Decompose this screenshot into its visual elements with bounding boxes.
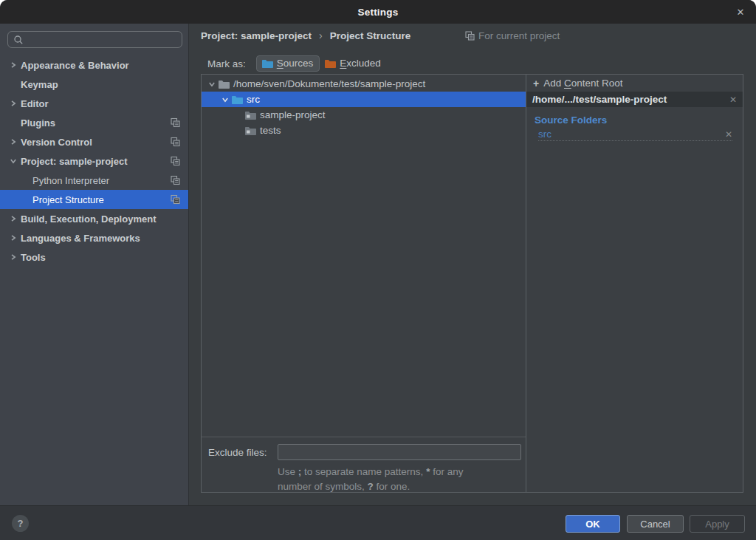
chevron-right-icon: [6, 138, 21, 146]
scope-note: For current project: [465, 30, 560, 41]
sidebar-item-plugins[interactable]: Plugins: [0, 113, 188, 132]
per-project-settings-icon: [465, 31, 475, 41]
per-project-settings-icon: [171, 137, 180, 147]
apply-button[interactable]: Apply: [690, 515, 745, 533]
content-root-path: /home/.../test/sample-project: [532, 94, 729, 105]
tree-row-sample-project[interactable]: sample-project: [202, 107, 526, 123]
mark-excluded-button[interactable]: Excluded: [321, 56, 387, 71]
sidebar-item-languages-frameworks[interactable]: Languages & Frameworks: [0, 228, 188, 247]
page-title: Project Structure: [330, 30, 411, 41]
per-project-settings-icon: [171, 176, 180, 185]
add-content-root-button[interactable]: + Add Content Root: [526, 75, 743, 92]
titlebar: Settings ✕: [0, 0, 756, 24]
content-tree-pane: /home/sven/Dokumente/test/sample-project…: [202, 75, 526, 492]
directory-tree: /home/sven/Dokumente/test/sample-project…: [202, 75, 526, 437]
chevron-down-icon: [6, 157, 21, 165]
per-project-settings-icon: [171, 118, 180, 128]
chevron-right-icon: [6, 234, 21, 242]
dialog-title: Settings: [358, 7, 399, 18]
sidebar-item-keymap[interactable]: Keymap: [0, 75, 188, 94]
chevron-right-icon: [6, 100, 21, 107]
cancel-button[interactable]: Cancel: [627, 515, 684, 533]
source-folder-row[interactable]: src ✕: [538, 129, 732, 141]
tree-row-src[interactable]: src: [202, 92, 526, 107]
sidebar-item-tools[interactable]: Tools: [0, 247, 188, 267]
chevron-right-icon: [6, 215, 21, 222]
excluded-folder-icon: [324, 58, 336, 69]
per-project-settings-icon: [171, 157, 180, 166]
sidebar-item-python-interpreter[interactable]: Python Interpreter: [0, 171, 188, 190]
sidebar-item-project-structure[interactable]: Project Structure: [0, 190, 188, 209]
per-project-settings-icon: [171, 195, 180, 205]
chevron-right-icon: [6, 61, 21, 69]
breadcrumb: Project: sample-project › Project Struct…: [201, 30, 410, 41]
exclude-files-hint: Use ; to separate name patterns, * for a…: [278, 465, 463, 495]
search-icon: [13, 35, 24, 45]
tree-row-content-root[interactable]: /home/sven/Dokumente/test/sample-project: [202, 76, 526, 92]
folder-icon: [244, 110, 256, 120]
source-folder-icon: [261, 58, 273, 69]
close-icon[interactable]: ✕: [732, 4, 749, 20]
search-input[interactable]: [7, 31, 182, 48]
mark-as-label: Mark as:: [207, 58, 246, 69]
exclude-files-section: Exclude files: Use ; to separate name pa…: [202, 437, 526, 492]
settings-tree: Appearance & Behavior Keymap Editor Plug…: [0, 55, 188, 267]
project-structure-panel: /home/sven/Dokumente/test/sample-project…: [201, 74, 743, 493]
breadcrumb-project: Project: sample-project: [201, 30, 312, 41]
sidebar-item-appearance-behavior[interactable]: Appearance & Behavior: [0, 55, 188, 75]
exclude-files-input[interactable]: [278, 444, 521, 460]
content-root-row[interactable]: /home/.../test/sample-project ✕: [526, 92, 743, 107]
plus-icon: +: [533, 78, 539, 89]
main-panel: Project: sample-project › Project Struct…: [189, 24, 756, 505]
remove-source-folder-icon[interactable]: ✕: [725, 129, 732, 140]
chevron-right-icon: [6, 253, 21, 261]
breadcrumb-separator: ›: [319, 30, 323, 41]
sidebar-item-version-control[interactable]: Version Control: [0, 132, 188, 151]
help-button[interactable]: ?: [12, 515, 29, 532]
mark-sources-button[interactable]: Sources: [256, 55, 320, 72]
source-folder-name: src: [538, 129, 551, 140]
remove-content-root-icon[interactable]: ✕: [729, 95, 737, 105]
source-folders-title: Source Folders: [535, 115, 743, 126]
folder-icon: [218, 79, 230, 89]
exclude-files-label: Exclude files:: [208, 447, 267, 458]
sidebar-item-build-execution-deployment[interactable]: Build, Execution, Deployment: [0, 209, 188, 228]
mark-as-toolbar: Mark as: Sources Excluded: [207, 55, 387, 72]
folder-icon: [244, 126, 256, 136]
settings-sidebar: Appearance & Behavior Keymap Editor Plug…: [0, 24, 189, 505]
chevron-down-icon: [219, 96, 231, 103]
content-roots-pane: + Add Content Root /home/.../test/sample…: [526, 75, 743, 492]
dialog-footer: ? OK Cancel Apply: [0, 505, 756, 540]
sidebar-item-project[interactable]: Project: sample-project: [0, 151, 188, 171]
settings-dialog: Settings ✕ Appearance & Behavior Keymap …: [0, 0, 756, 540]
chevron-down-icon: [206, 81, 218, 88]
source-folder-icon: [231, 95, 243, 105]
tree-row-tests[interactable]: tests: [202, 123, 526, 138]
sidebar-item-editor[interactable]: Editor: [0, 94, 188, 113]
ok-button[interactable]: OK: [566, 515, 620, 533]
